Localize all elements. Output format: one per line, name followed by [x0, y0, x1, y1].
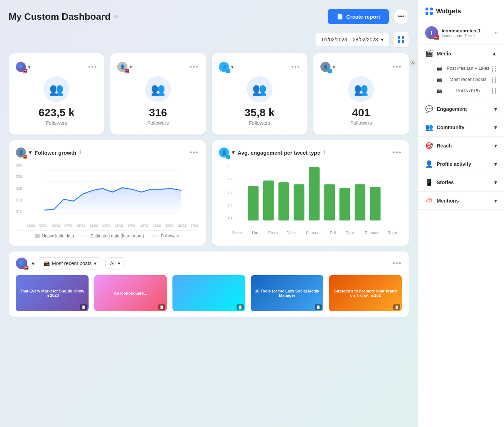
- kpi-account-3[interactable]: 🔷 🐦 ▾: [219, 62, 234, 72]
- follower-growth-chart: 👤 📷 ▾ Follower growth ℹ ••• 312 310 308: [9, 140, 206, 246]
- stories-section-left: 📱 Stories: [425, 178, 454, 186]
- post-thumb-3[interactable]: 📋: [172, 275, 245, 311]
- sidebar-section-community: 👥 Community ▾: [418, 118, 504, 137]
- kpi-label-2: Followers: [147, 120, 169, 126]
- mentions-section-header[interactable]: @ Mentions ▾: [418, 192, 504, 209]
- chevron-down-icon-2: ▾: [130, 64, 132, 70]
- media-section-label: Media: [437, 51, 451, 56]
- stories-chevron: ▾: [494, 180, 497, 185]
- card-3-more-button[interactable]: •••: [291, 63, 300, 71]
- chart-ig-badge: 📷: [23, 155, 27, 159]
- ig-icon-sub-3: 📷: [437, 88, 442, 93]
- line-chart-svg: [27, 163, 199, 221]
- chart-legend-1: Unavailable data Estimated data (learn m…: [16, 230, 199, 239]
- post-thumb-inner-4: 10 Tools for the Lazy Social Media Manag…: [251, 275, 324, 311]
- legend-unavailable-label: Unavailable data: [42, 233, 74, 239]
- grid-view-button[interactable]: [393, 32, 409, 47]
- kpi-value-3: 35,8 k: [244, 106, 274, 119]
- bar-x-axis: Status Link Photo Video Carousel Poll Qu…: [228, 231, 402, 235]
- stories-section-header[interactable]: 📱 Stories ▾: [418, 173, 504, 191]
- date-range-picker[interactable]: 01/02/2023 – 28/02/2023 ▾: [316, 33, 390, 46]
- recent-posts-more[interactable]: •••: [393, 260, 402, 267]
- kpi-label-3: Followers: [249, 120, 270, 126]
- post-thumb-1[interactable]: That Every Marketer Should Know in 2023 …: [16, 275, 89, 311]
- filter-recent-posts-label: Most recent posts: [52, 260, 92, 266]
- sidebar-account-info: iconosquaretest1 Iconosquare Test 1: [442, 28, 491, 38]
- post-thumb-inner-2: An Iconosquare...: [94, 275, 167, 311]
- legend-followers-label: Followers: [161, 233, 179, 239]
- legend-gray-box: [35, 234, 40, 238]
- legend-estimated: Estimated data (learn more): [81, 233, 144, 239]
- kpi-card-1: 🔷 📷 ▾ ••• 👥 623,5 k Followers: [9, 53, 104, 135]
- chevron-down-icon-4: ▾: [333, 64, 335, 70]
- profile-activity-section-header[interactable]: 👤 Profile activity ▾: [418, 155, 504, 173]
- posts-kpi-label: Posts (KPI): [456, 88, 480, 93]
- ig-icon-sub-2: 📷: [437, 77, 442, 82]
- avg-engagement-more[interactable]: •••: [393, 149, 402, 156]
- community-section-header[interactable]: 👥 Community ▾: [418, 118, 504, 136]
- avatar-1: 🔷 📷: [16, 62, 26, 72]
- chevron-down-icon-3: ▾: [231, 64, 234, 70]
- reach-chevron: ▾: [494, 143, 497, 149]
- media-chevron-up: ▲: [492, 51, 497, 56]
- reach-section-label: Reach: [437, 143, 452, 149]
- legend-dashed-line: [81, 236, 89, 236]
- svg-rect-18: [309, 167, 320, 221]
- filter-recent-posts[interactable]: 📸 Most recent posts ▾: [39, 257, 101, 269]
- media-section-header[interactable]: 🎬 Media ▲: [418, 45, 504, 63]
- chevron-down-icon-posts: ▾: [32, 260, 35, 267]
- follower-growth-more[interactable]: •••: [190, 149, 199, 156]
- grid-icon: [397, 36, 405, 43]
- card-1-more-button[interactable]: •••: [88, 63, 97, 71]
- filter-all-label: All: [110, 260, 116, 266]
- widget-most-recent-posts[interactable]: 📷 Most recent posts: [425, 74, 497, 85]
- post-thumb-5[interactable]: Strategies to promote your brand on TikT…: [329, 275, 402, 311]
- svg-rect-0: [398, 36, 400, 39]
- chart-title-group-2: 👤 🐦 ▾ Avg. engagement per tweet type ℹ: [219, 147, 325, 158]
- kpi-account-1[interactable]: 🔷 📷 ▾: [16, 62, 31, 72]
- sidebar-account-item[interactable]: I 📷 iconosquaretest1 Iconosquare Test 1 …: [418, 21, 504, 45]
- kpi-icon-wrap-3: 👥: [247, 76, 273, 102]
- filter-all[interactable]: All ▾: [105, 257, 125, 269]
- drag-handle-1[interactable]: [492, 66, 497, 71]
- drag-handle-2[interactable]: [492, 77, 497, 82]
- info-icon-2: ℹ: [323, 150, 325, 155]
- more-options-button[interactable]: •••: [393, 9, 409, 24]
- kpi-card-3-header: 🔷 🐦 ▾ •••: [219, 62, 300, 72]
- drag-handle-3[interactable]: [492, 88, 497, 93]
- sidebar-account-subname: Iconosquare Test 1: [442, 33, 491, 38]
- kpi-account-4[interactable]: 👤 🐦 ▾: [320, 62, 335, 72]
- followers-icon-2: 👥: [151, 82, 165, 96]
- avatar-4: 👤 🐦: [320, 62, 330, 72]
- recent-posts-header: 🔷 📷 ▾ 📸 Most recent posts ▾ All ▾ •••: [16, 257, 402, 269]
- svg-rect-25: [426, 12, 428, 15]
- report-icon: 📄: [337, 13, 343, 20]
- sidebar-section-stories: 📱 Stories ▾: [418, 173, 504, 192]
- most-recent-posts-label: Most recent posts: [450, 77, 487, 82]
- widget-posts-kpi[interactable]: 📷 Posts (KPI): [425, 85, 497, 96]
- thumb-overlay-4: 📋: [315, 304, 322, 310]
- post-thumb-4[interactable]: 10 Tools for the Lazy Social Media Manag…: [251, 275, 324, 311]
- svg-rect-17: [294, 184, 305, 221]
- kpi-account-2[interactable]: 👤 📷 ▾: [117, 62, 132, 72]
- media-section-left: 🎬 Media: [425, 50, 451, 58]
- kpi-icon-wrap-1: 👥: [44, 76, 69, 102]
- sidebar-account-avatar: I 📷: [425, 26, 438, 39]
- chart-avatar-1: 👤 📷: [16, 147, 26, 158]
- legend-followers: Followers: [151, 233, 179, 239]
- legend-unavailable: Unavailable data: [35, 233, 74, 239]
- create-report-button[interactable]: 📄 Create report: [328, 9, 389, 24]
- svg-rect-26: [430, 12, 433, 15]
- mentions-chevron: ▾: [494, 198, 497, 204]
- avatar-3: 🔷 🐦: [219, 62, 229, 72]
- media-sub-items: 📷 Post lifespan – Likes 📷 Most recent po…: [418, 63, 504, 100]
- widget-post-lifespan[interactable]: 📷 Post lifespan – Likes: [425, 63, 497, 74]
- kpi-card-2-header: 👤 📷 ▾ •••: [117, 62, 199, 72]
- reach-section-header[interactable]: 🎯 Reach ▾: [418, 137, 504, 155]
- card-2-more-button[interactable]: •••: [190, 63, 199, 71]
- edit-icon[interactable]: ✏: [114, 13, 120, 21]
- engagement-section-header[interactable]: 💬 Engagement ▾: [418, 100, 504, 118]
- card-4-more-button[interactable]: •••: [393, 63, 402, 71]
- post-thumb-2[interactable]: An Iconosquare... 📋: [94, 275, 167, 311]
- mentions-icon: @: [425, 197, 433, 204]
